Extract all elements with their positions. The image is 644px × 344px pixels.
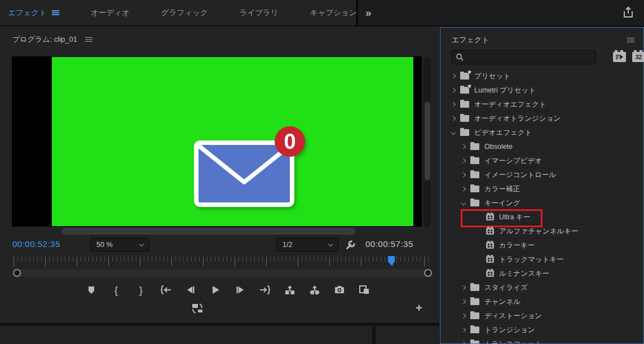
preview-horizontal-scrollbar[interactable] — [14, 228, 428, 235]
step-forward-icon[interactable] — [233, 283, 247, 297]
playhead-marker[interactable] — [388, 256, 395, 266]
playback-resolution-dropdown[interactable]: 1/2 — [276, 238, 338, 252]
effects-tree-row[interactable]: ★ イマーシブビデオ — [440, 154, 643, 168]
workspace-tab-menu-icon[interactable] — [52, 10, 59, 15]
effects-tree-label: プリセット — [474, 72, 510, 81]
lift-icon[interactable] — [283, 283, 297, 297]
chevron-icon[interactable] — [451, 102, 456, 107]
button-editor-plus-icon[interactable]: + — [413, 302, 425, 314]
effects-tree-row[interactable]: ★ ディストーション — [440, 309, 643, 323]
panel-menu-icon[interactable] — [627, 38, 634, 43]
chevron-icon[interactable] — [461, 173, 466, 177]
preview-vertical-scroll-thumb[interactable] — [425, 102, 430, 180]
chevron-icon[interactable] — [461, 328, 466, 332]
effects-tree-row[interactable]: ★ Ultra キー — [440, 210, 643, 224]
mark-out-icon[interactable]: } — [134, 283, 148, 297]
effects-tree-row[interactable]: ★ ルミナンスキー — [440, 267, 643, 281]
workspace-tab[interactable]: ライブラリ — [240, 8, 279, 18]
add-marker-icon[interactable] — [85, 283, 98, 297]
effects-tree-row[interactable]: ★ キーイング — [440, 196, 643, 210]
effects-tree-row[interactable]: ★ アルファチャンネルキー — [440, 224, 643, 239]
extract-icon[interactable] — [308, 283, 321, 297]
monitor-zoom-scrollbar[interactable] — [14, 269, 431, 277]
monitor-time-ruler[interactable] — [14, 257, 431, 269]
chevron-icon[interactable] — [451, 88, 456, 92]
workspace-overflow-button[interactable]: » — [365, 0, 370, 25]
effects-tree-row[interactable]: ★ チャンネル — [440, 295, 643, 309]
step-back-icon[interactable] — [184, 283, 197, 297]
effects-tree-row[interactable]: ★ イメージコントロール — [440, 168, 643, 182]
chevron-icon[interactable] — [461, 201, 466, 205]
preview-horizontal-scroll-thumb[interactable] — [62, 228, 355, 235]
preview-vertical-scrollbar[interactable] — [424, 56, 431, 227]
effects-tree: ★ プリセット ★ Lumetri プリセット ★ オーディオエフェクト — [440, 69, 643, 343]
folder-icon: ★ — [460, 129, 469, 136]
effects-tree-row[interactable]: ★ オーディオトランジション — [440, 112, 643, 126]
folder-icon: ★ — [470, 171, 479, 178]
effects-tree-label: オーディオエフェクト — [474, 100, 546, 109]
zoom-level-dropdown[interactable]: 50 % — [90, 238, 149, 252]
effects-tree-label: スタイライズ — [484, 283, 528, 293]
folder-icon: ★ — [470, 143, 479, 150]
effects-tree-row[interactable]: ★ カラーキー — [440, 239, 643, 253]
share-export-icon[interactable] — [621, 6, 635, 19]
folder-icon: ★ — [460, 101, 469, 108]
folder-icon: ★ — [470, 298, 479, 305]
effects-tree-row[interactable]: ★ プリセット — [440, 69, 643, 83]
effects-search-input[interactable] — [452, 50, 596, 64]
accelerated-effects-icon[interactable] — [613, 52, 626, 62]
workspace-tab[interactable]: エフェクト — [8, 8, 59, 18]
effects-tree-row[interactable]: ★ トラックマットキー — [440, 253, 643, 267]
effects-tree-row[interactable]: ★ スタイライズ — [440, 281, 643, 295]
effects-tree-label: ルミナンスキー — [499, 269, 549, 279]
chevron-icon[interactable] — [461, 187, 466, 191]
effects-tree-label: Lumetri プリセット — [474, 86, 536, 95]
chevron-icon[interactable] — [461, 342, 466, 343]
zoom-handle-right[interactable] — [424, 269, 432, 277]
go-to-out-icon[interactable] — [258, 283, 272, 297]
current-timecode[interactable]: 00:00:52:35 — [12, 239, 60, 249]
workspace-tab[interactable]: オーディオ — [91, 8, 130, 18]
effects-tree-label: トランジション — [484, 325, 535, 335]
effects-tree-row[interactable]: ★ オーディオエフェクト — [440, 98, 643, 112]
play-icon[interactable] — [209, 283, 222, 297]
chevron-icon[interactable] — [461, 144, 466, 149]
star-icon: ★ — [467, 83, 472, 89]
effects-tree-row[interactable]: ★ トランジション — [440, 323, 643, 337]
effects-tree-label: ビデオエフェクト — [474, 128, 532, 138]
go-to-in-icon[interactable] — [159, 283, 173, 297]
effects-tree-label: チャンネル — [484, 297, 521, 307]
chevron-icon[interactable] — [461, 285, 466, 290]
effects-tree-label: オーディオトランジション — [474, 114, 561, 124]
effects-tree-row[interactable]: ★ カラー補正 — [440, 182, 643, 196]
effects-tree-row[interactable]: ★ トランスフォーム — [440, 337, 643, 343]
chevron-icon[interactable] — [451, 130, 456, 135]
export-frame-icon[interactable] — [333, 283, 346, 297]
zoom-handle-left[interactable] — [13, 269, 21, 277]
folder-icon: ★ — [470, 200, 479, 206]
mark-in-icon[interactable]: { — [109, 283, 123, 297]
effects-tree-row[interactable]: ★ Obsolete — [440, 140, 643, 154]
monitor-settings-wrench-icon[interactable] — [345, 239, 356, 250]
bit-depth-32-icon[interactable]: 32 — [632, 52, 644, 62]
video-preview[interactable]: 0 — [12, 56, 422, 227]
swap-comparison-icon[interactable] — [191, 302, 204, 315]
chevron-icon[interactable] — [461, 158, 466, 163]
workspace-tab[interactable]: グラフィック — [161, 8, 208, 18]
timeline-panel-edge — [0, 326, 372, 344]
panel-menu-icon[interactable] — [85, 37, 92, 42]
comparison-view-icon[interactable] — [358, 283, 371, 297]
effects-tree-row[interactable]: ★ ビデオエフェクト — [440, 126, 643, 140]
workspace-tab[interactable]: キャプション — [310, 8, 357, 18]
chevron-icon[interactable] — [461, 299, 466, 304]
effects-tree-label: カラーキー — [499, 241, 535, 250]
chevron-icon[interactable] — [451, 74, 456, 78]
chevron-icon[interactable] — [461, 314, 466, 318]
notification-badge-count: 0 — [284, 130, 295, 153]
effects-tree-label: Obsolete — [484, 143, 513, 151]
topbar-divider — [356, 0, 358, 25]
effects-tree-row[interactable]: ★ Lumetri プリセット — [440, 83, 643, 98]
effects-tree-label: アルファチャンネルキー — [499, 227, 578, 236]
zoom-level-value: 50 % — [96, 241, 113, 249]
chevron-icon[interactable] — [451, 116, 456, 121]
